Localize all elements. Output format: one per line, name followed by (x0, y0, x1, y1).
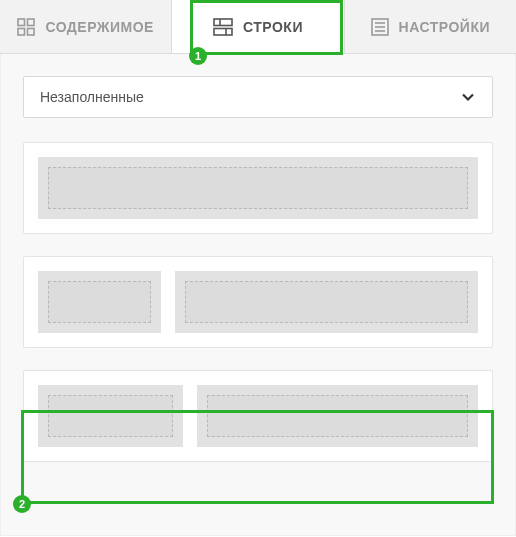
grid-icon (17, 18, 35, 36)
row-template-single[interactable] (23, 142, 493, 234)
settings-icon (371, 18, 389, 36)
svg-rect-0 (18, 19, 25, 26)
svg-rect-1 (28, 19, 35, 26)
row-column (38, 157, 478, 219)
row-column (38, 385, 183, 447)
placeholder-block (185, 281, 468, 323)
tab-rows-label: СТРОКИ (243, 19, 303, 35)
placeholder-block (48, 281, 151, 323)
rows-icon (213, 18, 233, 36)
row-template-narrow-wide[interactable] (23, 256, 493, 348)
placeholder-block (207, 395, 468, 437)
placeholder-block (48, 167, 468, 209)
row-column (197, 385, 478, 447)
svg-rect-5 (214, 28, 232, 35)
placeholder-block (48, 395, 173, 437)
chevron-down-icon (460, 89, 476, 105)
tab-settings-label: НАСТРОЙКИ (399, 19, 490, 35)
row-filter-dropdown[interactable]: Незаполненные (23, 76, 493, 118)
svg-rect-3 (28, 28, 35, 35)
row-column (175, 271, 478, 333)
tab-content-label: СОДЕРЖИМОЕ (45, 19, 154, 35)
row-column (38, 271, 161, 333)
tab-rows[interactable]: СТРОКИ (171, 0, 344, 53)
tab-settings[interactable]: НАСТРОЙКИ (345, 0, 516, 53)
svg-rect-4 (214, 19, 232, 26)
tab-content[interactable]: СОДЕРЖИМОЕ (0, 0, 171, 53)
tabs-bar: СОДЕРЖИМОЕ СТРОКИ НАСТРОЙКИ (0, 0, 516, 54)
row-template-two-col[interactable] (23, 370, 493, 462)
rows-panel: Незаполненные (0, 54, 516, 536)
dropdown-selected-label: Незаполненные (40, 89, 144, 105)
svg-rect-2 (18, 28, 25, 35)
